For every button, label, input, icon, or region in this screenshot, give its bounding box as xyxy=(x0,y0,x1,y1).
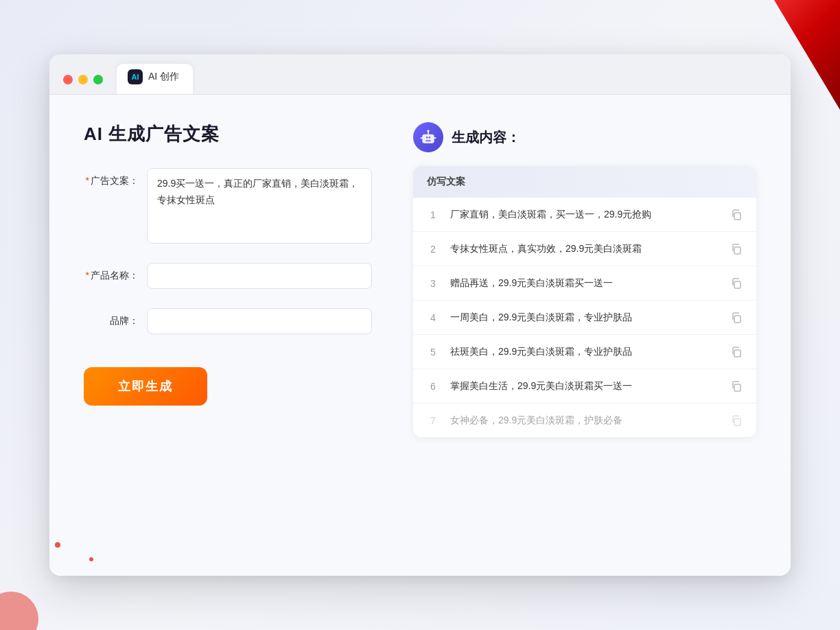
copy-icon-1[interactable] xyxy=(730,209,743,221)
svg-rect-13 xyxy=(734,384,740,391)
results-container: 仿写文案 1 厂家直销，美白淡斑霜，买一送一，29.9元抢购 2 专抹女性斑点，… xyxy=(413,166,756,437)
svg-rect-2 xyxy=(429,137,431,139)
svg-rect-8 xyxy=(734,213,740,220)
svg-rect-3 xyxy=(425,140,431,141)
result-text-4: 一周美白，29.9元美白淡斑霜，专业护肤品 xyxy=(450,310,719,325)
result-text-3: 赠品再送，29.9元美白淡斑霜买一送一 xyxy=(450,276,719,290)
result-item: 2 专抹女性斑点，真实功效，29.9元美白淡斑霜 xyxy=(413,232,756,266)
copy-icon-4[interactable] xyxy=(730,312,743,324)
result-num-2: 2 xyxy=(427,244,439,255)
result-item: 3 赠品再送，29.9元美白淡斑霜买一送一 xyxy=(413,266,756,301)
traffic-lights xyxy=(63,75,103,94)
maximize-button[interactable] xyxy=(93,75,103,84)
browser-window: AI AI 创作 AI 生成广告文案 *广告文案： 29.9买一送一，真正的厂家… xyxy=(49,54,791,576)
svg-point-5 xyxy=(427,130,429,132)
product-name-input[interactable]: 美白淡斑霜 xyxy=(147,263,372,289)
svg-rect-10 xyxy=(734,281,740,288)
svg-rect-9 xyxy=(734,247,740,254)
ad-copy-field-group: *广告文案： 29.9买一送一，真正的厂家直销，美白淡斑霜，专抹女性斑点 xyxy=(84,168,372,244)
copy-icon-6[interactable] xyxy=(730,380,743,393)
result-num-7: 7 xyxy=(427,415,439,426)
result-text-7: 女神必备，29.9元美白淡斑霜，护肤必备 xyxy=(450,413,719,428)
result-text-2: 专抹女性斑点，真实功效，29.9元美白淡斑霜 xyxy=(450,242,719,256)
result-text-1: 厂家直销，美白淡斑霜，买一送一，29.9元抢购 xyxy=(450,207,719,222)
result-text-6: 掌握美白生活，29.9元美白淡斑霜买一送一 xyxy=(450,379,719,393)
copy-icon-2[interactable] xyxy=(730,243,743,255)
svg-rect-12 xyxy=(734,350,740,357)
product-name-label: *产品名称： xyxy=(84,263,139,282)
required-mark-2: * xyxy=(86,270,89,281)
result-item-last: 7 女神必备，29.9元美白淡斑霜，护肤必备 xyxy=(413,404,756,437)
svg-rect-0 xyxy=(422,135,434,143)
result-num-3: 3 xyxy=(427,278,439,289)
product-name-field-group: *产品名称： 美白淡斑霜 xyxy=(84,263,372,289)
result-item: 6 掌握美白生活，29.9元美白淡斑霜买一送一 xyxy=(413,369,756,404)
result-text-5: 祛斑美白，29.9元美白淡斑霜，专业护肤品 xyxy=(450,345,719,359)
brand-field-group: 品牌： 好白 xyxy=(84,308,372,334)
active-tab[interactable]: AI AI 创作 xyxy=(117,64,193,94)
copy-icon-3[interactable] xyxy=(730,277,743,290)
results-header: 仿写文案 xyxy=(413,166,756,198)
result-item: 1 厂家直销，美白淡斑霜，买一送一，29.9元抢购 xyxy=(413,198,756,232)
submit-button[interactable]: 立即生成 xyxy=(84,367,207,406)
ai-avatar xyxy=(413,122,443,152)
ad-copy-input[interactable]: 29.9买一送一，真正的厂家直销，美白淡斑霜，专抹女性斑点 xyxy=(147,168,372,244)
close-button[interactable] xyxy=(63,75,73,84)
titlebar: AI AI 创作 xyxy=(49,54,791,95)
copy-icon-7[interactable] xyxy=(730,415,743,427)
brand-input[interactable]: 好白 xyxy=(147,308,372,334)
tab-icon: AI xyxy=(128,69,143,84)
required-mark: * xyxy=(86,175,89,186)
result-num-4: 4 xyxy=(427,312,439,323)
right-title: 生成内容： xyxy=(452,128,520,147)
svg-rect-1 xyxy=(426,137,428,139)
left-panel: AI 生成广告文案 *广告文案： 29.9买一送一，真正的厂家直销，美白淡斑霜，… xyxy=(84,122,372,548)
page-title: AI 生成广告文案 xyxy=(84,122,372,146)
result-item: 5 祛斑美白，29.9元美白淡斑霜，专业护肤品 xyxy=(413,335,756,369)
svg-rect-14 xyxy=(734,419,740,425)
main-content: AI 生成广告文案 *广告文案： 29.9买一送一，真正的厂家直销，美白淡斑霜，… xyxy=(49,95,791,576)
result-num-6: 6 xyxy=(427,381,439,392)
tab-label: AI 创作 xyxy=(148,71,179,83)
result-item: 4 一周美白，29.9元美白淡斑霜，专业护肤品 xyxy=(413,301,756,335)
ad-copy-label: *广告文案： xyxy=(84,168,139,187)
right-panel: 生成内容： 仿写文案 1 厂家直销，美白淡斑霜，买一送一，29.9元抢购 2 专… xyxy=(413,122,756,548)
svg-rect-11 xyxy=(734,316,740,323)
brand-label: 品牌： xyxy=(84,308,139,327)
copy-icon-5[interactable] xyxy=(730,346,743,358)
minimize-button[interactable] xyxy=(78,75,88,84)
right-header: 生成内容： xyxy=(413,122,756,152)
result-num-5: 5 xyxy=(427,347,439,358)
result-num-1: 1 xyxy=(427,209,439,220)
